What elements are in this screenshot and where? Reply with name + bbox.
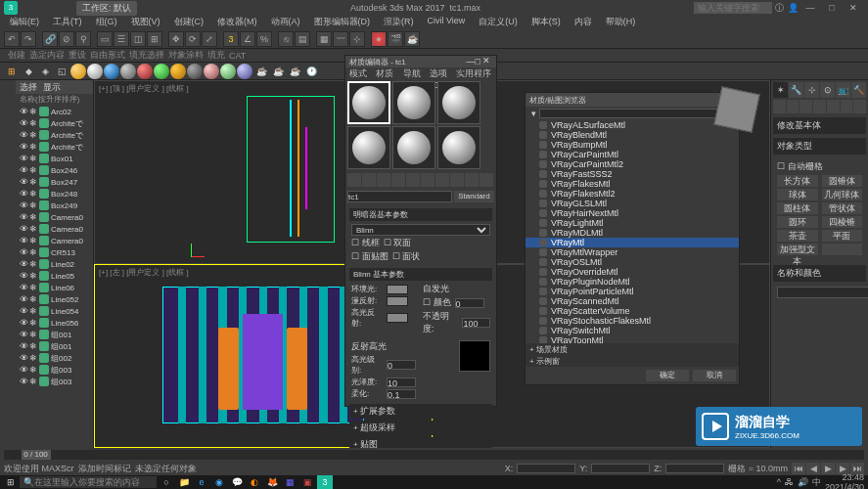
diffuse-swatch[interactable]: [387, 296, 408, 306]
taskbar-app-icon[interactable]: ▦: [282, 475, 297, 489]
me-tool-icon[interactable]: [480, 173, 493, 187]
menu-view[interactable]: 视图(V): [125, 16, 166, 29]
browser-item[interactable]: VRayFlakesMtl: [525, 179, 739, 189]
taskbar-app-icon[interactable]: ▣: [299, 475, 315, 489]
ribbon-tab[interactable]: 自由形式: [90, 49, 125, 62]
material-slot[interactable]: [437, 81, 480, 124]
browser-item[interactable]: VRayMDLMtl: [525, 228, 739, 238]
taskbar-app-icon[interactable]: ◉: [211, 475, 227, 489]
create-button[interactable]: 圆柱体: [777, 202, 818, 214]
window-crossing-button[interactable]: ⊞: [147, 31, 162, 47]
tray-lang-icon[interactable]: 中: [812, 476, 821, 489]
me-tool-icon[interactable]: [406, 173, 420, 187]
taskbar-explorer-icon[interactable]: 📁: [176, 475, 192, 489]
coord-x-input[interactable]: [517, 464, 575, 473]
facemap-check[interactable]: ☐ 面贴图: [351, 250, 388, 263]
percent-snap-button[interactable]: %: [256, 31, 272, 47]
shelf-sphere-icon[interactable]: [204, 64, 219, 79]
create-button[interactable]: 圆锥体: [822, 175, 863, 187]
menu-render[interactable]: 渲染(R): [378, 16, 420, 29]
wire-check[interactable]: ☐ 线框: [351, 237, 380, 249]
tray-chevron-icon[interactable]: ^: [777, 477, 781, 487]
scene-item[interactable]: 👁❄Line054: [16, 305, 93, 317]
browser-item[interactable]: VRayALSurfaceMtl: [525, 120, 739, 130]
material-button[interactable]: ●: [371, 31, 387, 47]
scene-item[interactable]: 👁❄Box249: [16, 200, 93, 211]
menu-content[interactable]: 内容: [569, 16, 598, 29]
space-icon[interactable]: [841, 100, 853, 113]
menu-civil[interactable]: Civil View: [422, 16, 472, 29]
viewport-label[interactable]: [+] [左 ] [用户定义 ] [线框 ]: [99, 267, 189, 278]
shelf-sphere-icon[interactable]: [120, 64, 136, 79]
browser-category[interactable]: + 示例窗: [525, 355, 739, 367]
me-tool-icon[interactable]: [377, 173, 390, 187]
shelf-sphere-icon[interactable]: [104, 64, 119, 79]
scale-button[interactable]: ⤢: [202, 31, 217, 47]
browser-item[interactable]: VRayOSLMtl: [525, 257, 739, 267]
me-menu-mode[interactable]: 模式(D): [349, 67, 372, 79]
color-check[interactable]: ☐ 颜色: [423, 296, 451, 309]
material-name-input[interactable]: [347, 191, 452, 202]
scene-item[interactable]: 👁❄Architeで: [16, 141, 93, 153]
shelf-teapot-icon[interactable]: ☕: [287, 64, 302, 79]
create-button[interactable]: 管状体: [822, 202, 863, 214]
create-button[interactable]: 几何球体: [822, 189, 863, 200]
ok-button[interactable]: 确定: [646, 370, 689, 381]
rollout-header[interactable]: + 扩展参数: [349, 404, 492, 419]
menu-bar[interactable]: 编辑(E) 工具(T) 组(G) 视图(V) 创建(C) 修改器(M) 动画(A…: [0, 16, 868, 29]
select-region-button[interactable]: ◫: [130, 31, 146, 47]
browser-search-input[interactable]: [539, 109, 737, 118]
menu-modifier[interactable]: 修改器(M): [211, 16, 263, 29]
shelf-sphere-icon[interactable]: [87, 64, 103, 79]
close-icon[interactable]: ✕: [480, 56, 492, 67]
browser-list[interactable]: VRayALSurfaceMtlVRayBlendMtlVRayBumpMtlV…: [525, 120, 739, 343]
browser-item[interactable]: VRayScatterVolume: [525, 306, 739, 316]
rollout-header[interactable]: + 超级采样: [349, 421, 492, 435]
menu-edit[interactable]: 编辑(E): [4, 16, 45, 29]
menu-anim[interactable]: 动画(A): [265, 16, 306, 29]
rollout-header[interactable]: 名称和颜色: [773, 265, 866, 282]
coord-y-input[interactable]: [591, 464, 650, 473]
scene-item[interactable]: 👁❄Camera0: [16, 235, 93, 246]
minimize-icon[interactable]: —: [467, 57, 476, 67]
rollout-header[interactable]: 修改基本体: [773, 117, 866, 134]
render-button[interactable]: ☕: [404, 31, 420, 47]
scene-item[interactable]: 👁❄Line02: [16, 258, 93, 270]
cancel-button[interactable]: 取消: [693, 370, 736, 381]
taskbar-search[interactable]: 🔍 在这里输入你要搜索的内容: [20, 476, 157, 488]
timetag-label[interactable]: 添加时间标记: [78, 463, 131, 475]
browser-item[interactable]: VRayFlakesMtl2: [525, 189, 739, 199]
select-name-button[interactable]: ☰: [114, 31, 129, 47]
scene-item[interactable]: 👁❄组003: [16, 364, 93, 376]
scene-item[interactable]: 👁❄Camera0: [16, 211, 93, 223]
browser-item[interactable]: VRayMtlWrapper: [525, 247, 739, 257]
create-button[interactable]: 加强型文本: [777, 244, 818, 255]
menu-help[interactable]: 帮助(H): [600, 16, 642, 29]
shelf-sphere-icon[interactable]: [237, 64, 252, 79]
speclvl-spinner[interactable]: 0: [387, 360, 416, 370]
menu-create[interactable]: 创建(C): [168, 16, 210, 29]
shelf-sphere-icon[interactable]: [187, 64, 203, 79]
shelf-icon[interactable]: ◈: [37, 64, 53, 79]
hierarchy-tab[interactable]: ⊹: [804, 82, 819, 98]
browser-category[interactable]: + 场景材质: [525, 343, 739, 355]
scene-item[interactable]: 👁❄组002: [16, 352, 93, 364]
browser-item[interactable]: VRayCarPaintMtl2: [525, 159, 739, 169]
help-search-input[interactable]: [694, 2, 772, 14]
me-tool-icon[interactable]: [450, 173, 464, 187]
create-button[interactable]: [822, 244, 863, 255]
render-setup-button[interactable]: 🎬: [388, 31, 403, 47]
align-button[interactable]: ▤: [295, 31, 310, 47]
shelf-clock-icon[interactable]: 🕐: [303, 64, 319, 79]
browser-item[interactable]: VRayBlendMtl: [525, 130, 739, 140]
me-tool-icon[interactable]: [362, 173, 376, 187]
me-menu-opt[interactable]: 选项(O): [430, 67, 452, 79]
shelf-sphere-icon[interactable]: [170, 64, 186, 79]
browser-item[interactable]: VRayHairNextMtl: [525, 208, 739, 218]
scene-item[interactable]: 👁❄组003: [16, 376, 93, 387]
scene-item[interactable]: 👁❄Line056: [16, 317, 93, 329]
taskbar-firefox-icon[interactable]: 🦊: [264, 475, 280, 489]
create-button[interactable]: 球体: [777, 189, 818, 200]
scene-item[interactable]: 👁❄组001: [16, 329, 93, 340]
shelf-teapot-icon[interactable]: ☕: [253, 64, 269, 79]
